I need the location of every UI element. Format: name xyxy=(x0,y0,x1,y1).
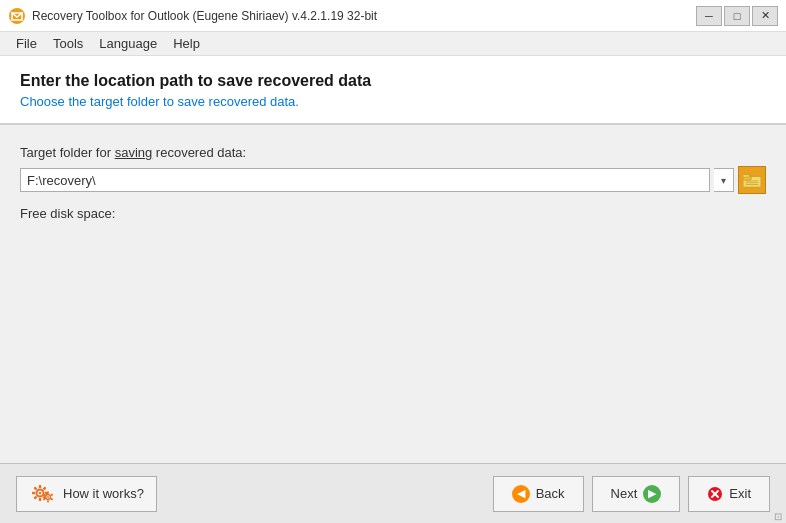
folder-field-label: Target folder for saving recovered data: xyxy=(20,145,766,160)
exit-button[interactable]: Exit xyxy=(688,476,770,512)
menu-help[interactable]: Help xyxy=(165,34,208,53)
page-title: Enter the location path to save recovere… xyxy=(20,72,766,90)
svg-rect-3 xyxy=(743,175,749,178)
how-it-works-label: How it works? xyxy=(63,486,144,501)
gears-icon xyxy=(29,483,57,505)
folder-input[interactable] xyxy=(20,168,710,192)
svg-rect-10 xyxy=(43,486,47,490)
resize-handle[interactable]: ⊡ xyxy=(774,511,784,521)
menu-tools[interactable]: Tools xyxy=(45,34,91,53)
svg-point-8 xyxy=(39,491,41,493)
back-label: Back xyxy=(536,486,565,501)
svg-rect-13 xyxy=(39,498,41,501)
maximize-button[interactable]: □ xyxy=(724,6,750,26)
titlebar-title: Recovery Toolbox for Outlook (Eugene Shi… xyxy=(32,9,377,23)
svg-rect-19 xyxy=(47,491,49,493)
next-button[interactable]: Next ▶ xyxy=(592,476,681,512)
minimize-button[interactable]: ─ xyxy=(696,6,722,26)
svg-rect-22 xyxy=(47,500,49,502)
app-icon xyxy=(8,7,26,25)
main-content: Enter the location path to save recovere… xyxy=(0,56,786,463)
next-icon: ▶ xyxy=(643,485,661,503)
svg-rect-9 xyxy=(39,485,41,488)
svg-point-18 xyxy=(47,496,49,498)
header-section: Enter the location path to save recovere… xyxy=(0,56,786,125)
next-label: Next xyxy=(611,486,638,501)
menubar: File Tools Language Help xyxy=(0,32,786,56)
titlebar-controls: ─ □ ✕ xyxy=(696,6,778,26)
folder-icon xyxy=(743,172,761,188)
back-button[interactable]: ◀ Back xyxy=(493,476,584,512)
folder-dropdown-button[interactable]: ▾ xyxy=(714,168,734,192)
exit-icon xyxy=(707,486,723,502)
page-subtitle: Choose the target folder to save recover… xyxy=(20,94,766,109)
how-it-works-button[interactable]: How it works? xyxy=(16,476,157,512)
back-icon: ◀ xyxy=(512,485,530,503)
footer-left: How it works? xyxy=(16,476,157,512)
footer-right: ◀ Back Next ▶ Exit xyxy=(493,476,770,512)
svg-rect-14 xyxy=(33,495,37,499)
menu-file[interactable]: File xyxy=(8,34,45,53)
browse-button[interactable] xyxy=(738,166,766,194)
svg-rect-15 xyxy=(32,491,35,493)
exit-label: Exit xyxy=(729,486,751,501)
footer: How it works? ◀ Back Next ▶ Exit xyxy=(0,463,786,523)
titlebar: Recovery Toolbox for Outlook (Eugene Shi… xyxy=(0,0,786,32)
content-section: Target folder for saving recovered data:… xyxy=(0,125,786,463)
folder-input-row: ▾ xyxy=(20,166,766,194)
titlebar-left: Recovery Toolbox for Outlook (Eugene Shi… xyxy=(8,7,377,25)
disk-space-label: Free disk space: xyxy=(20,206,766,221)
close-button[interactable]: ✕ xyxy=(752,6,778,26)
menu-language[interactable]: Language xyxy=(91,34,165,53)
svg-rect-16 xyxy=(33,486,37,490)
